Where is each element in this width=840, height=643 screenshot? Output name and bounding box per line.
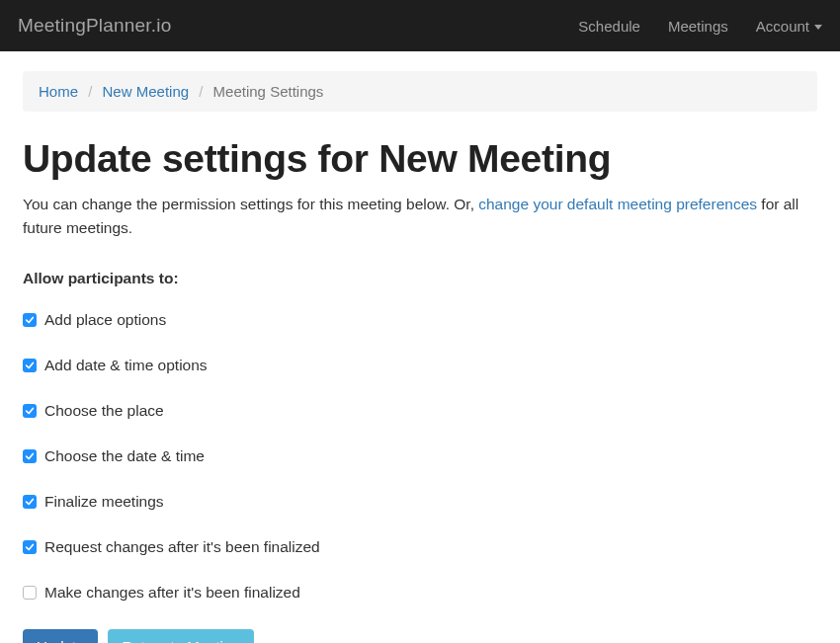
brand[interactable]: MeetingPlanner.io [18,15,172,37]
checkbox-row: Make changes after it's been finalized [23,584,817,602]
options-list: Add place optionsAdd date & time options… [23,311,817,602]
button-row: Update Return to Meeting [23,629,817,643]
navbar-right: Schedule Meetings Account [578,18,822,35]
breadcrumb-new-meeting[interactable]: New Meeting [103,83,190,100]
change-default-preferences-link[interactable]: change your default meeting preferences [478,196,757,212]
nav-link-meetings[interactable]: Meetings [668,18,728,35]
checkbox-row: Add place options [23,311,817,329]
lead-before: You can change the permission settings f… [23,196,478,212]
checkbox[interactable] [23,359,37,372]
page-title: Update settings for New Meeting [23,137,817,181]
breadcrumb-current: Meeting Settings [213,83,324,100]
checkbox-row: Choose the date & time [23,447,817,465]
nav-link-schedule[interactable]: Schedule [578,18,640,35]
main-container: Home / New Meeting / Meeting Settings Up… [5,51,835,643]
checkbox-label: Choose the place [44,402,164,420]
nav-link-label: Schedule [578,18,640,35]
section-label: Allow participants to: [23,270,817,287]
nav-link-label: Meetings [668,18,728,35]
return-to-meeting-button[interactable]: Return to Meeting [108,629,253,643]
checkbox[interactable] [23,449,37,463]
breadcrumb-home[interactable]: Home [39,83,78,100]
checkbox-row: Request changes after it's been finalize… [23,538,817,556]
lead-text: You can change the permission settings f… [23,193,817,240]
breadcrumb-separator: / [82,83,98,100]
navbar: MeetingPlanner.io Schedule Meetings Acco… [0,0,840,51]
checkbox-label: Choose the date & time [44,447,205,465]
checkbox-label: Add date & time options [44,357,208,374]
update-button[interactable]: Update [23,629,98,643]
checkbox[interactable] [23,495,37,509]
checkbox-label: Request changes after it's been finalize… [44,538,320,556]
breadcrumb: Home / New Meeting / Meeting Settings [23,71,817,112]
checkbox-label: Finalize meetings [44,493,164,511]
checkbox-row: Finalize meetings [23,493,817,511]
nav-link-label: Account [756,18,809,35]
chevron-down-icon [814,25,822,30]
nav-link-account[interactable]: Account [756,18,822,35]
checkbox-label: Add place options [44,311,166,329]
checkbox[interactable] [23,586,37,600]
checkbox[interactable] [23,313,37,327]
checkbox-label: Make changes after it's been finalized [44,584,300,602]
checkbox-row: Add date & time options [23,357,817,374]
checkbox[interactable] [23,404,37,418]
checkbox-row: Choose the place [23,402,817,420]
checkbox[interactable] [23,540,37,554]
breadcrumb-separator: / [193,83,209,100]
